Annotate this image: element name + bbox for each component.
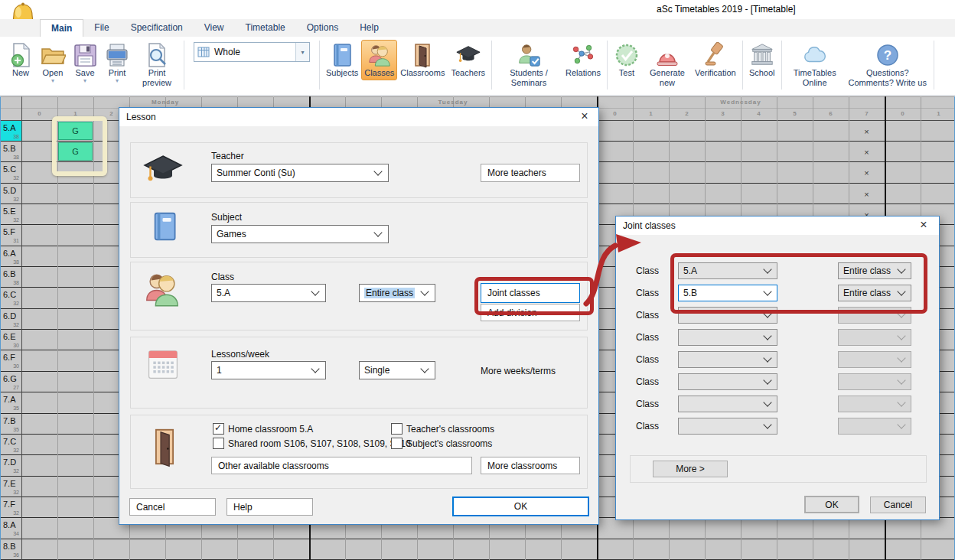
add-division-button[interactable]: Add division	[481, 304, 580, 321]
home-classroom-checkbox[interactable]: Home classroom 5.A	[213, 423, 313, 435]
more-classrooms-button[interactable]: More classrooms	[481, 457, 580, 474]
joint-class-select-4[interactable]	[678, 329, 777, 346]
menu-item-options[interactable]: Options	[296, 19, 349, 37]
class-scope-select[interactable]: Entire class	[359, 284, 435, 302]
other-classrooms-button[interactable]: Other available classrooms	[211, 457, 472, 474]
class-select[interactable]: 5.A	[211, 284, 326, 302]
joint-class-select-1[interactable]: 5.A	[678, 262, 777, 279]
class-name: 6.C	[3, 290, 16, 299]
menu-item-timetable[interactable]: Timetable	[235, 19, 296, 37]
duration-select[interactable]: Single	[359, 361, 435, 379]
toolbar-button-print-preview[interactable]: Print preview	[133, 40, 181, 90]
class-cell-7-f[interactable]: 7.F32	[1, 497, 21, 517]
dropdown-arrow-icon[interactable]: ▾	[83, 79, 86, 83]
class-cell-7-e[interactable]: 7.E32	[1, 477, 21, 497]
class-cell-7-a[interactable]: 7.A35	[1, 392, 21, 412]
class-cell-8-a[interactable]: 8.A34	[1, 518, 21, 538]
class-cell-6-d[interactable]: 6.D32	[1, 309, 21, 329]
classrooms-section	[130, 415, 588, 489]
toolbar-button-print[interactable]: Print▾	[101, 40, 133, 86]
menu-item-main[interactable]: Main	[40, 19, 83, 37]
joint-scope-select-2[interactable]: Entire class	[838, 285, 911, 301]
toolbar-button-open[interactable]: Open▾	[37, 40, 69, 86]
joint-class-select-7[interactable]	[678, 396, 777, 412]
more-teachers-button[interactable]: More teachers	[481, 164, 580, 182]
joint-scope-select-7	[838, 396, 911, 412]
class-name: 6.D	[3, 311, 16, 321]
joint-class-select-3[interactable]	[678, 307, 777, 324]
joint-scope-select-1[interactable]: Entire class	[838, 262, 911, 279]
joint-classes-button[interactable]: Joint classes	[481, 283, 580, 303]
class-lesson-count: 31	[13, 238, 19, 243]
toolbar-button-school[interactable]: School	[746, 40, 778, 80]
joint-class-select-5[interactable]	[678, 351, 777, 368]
menu-item-specification[interactable]: Specification	[120, 19, 194, 37]
class-label: Class	[211, 272, 234, 282]
toolbar-button-classrooms[interactable]: Classrooms	[397, 40, 448, 80]
joint-ok-button[interactable]: OK	[804, 496, 859, 513]
joint-row-label: Class	[636, 376, 659, 387]
toolbar-button-students-seminars[interactable]: Students / Seminars	[495, 40, 562, 90]
toolbar-button-new[interactable]: New	[5, 40, 37, 80]
class-cell-5-c[interactable]: 5.C32	[1, 162, 21, 182]
class-cell-6-c[interactable]: 6.C32	[1, 288, 21, 308]
menu-item-file[interactable]: File	[83, 19, 119, 37]
class-cell-6-b[interactable]: 6.B38	[1, 267, 21, 287]
subject-select[interactable]: Games	[211, 225, 389, 243]
toolbar-button-timetables-online[interactable]: TimeTables Online	[785, 40, 845, 90]
class-cell-6-g[interactable]: 6.G27	[1, 372, 21, 392]
lessons-week-select[interactable]: 1	[211, 361, 326, 379]
class-cell-5-a[interactable]: 5.A38	[1, 121, 21, 141]
class-cell-7-c[interactable]: 7.C32	[1, 435, 21, 454]
toolbar-button-questions-comments-write-us[interactable]: ?Questions? Comments? Write us	[845, 40, 931, 90]
toolbar-button-label: Classes	[364, 68, 394, 78]
joint-class-value: 5.A	[683, 265, 697, 276]
class-cell-6-a[interactable]: 6.A38	[1, 246, 21, 266]
toolbar-button-relations[interactable]: Relations	[562, 40, 604, 80]
toolbar-button-test[interactable]: Test	[611, 40, 643, 80]
class-lesson-count: 30	[13, 343, 19, 348]
toolbar-separator	[934, 41, 934, 90]
chevron-down-icon[interactable]: ▾	[295, 43, 309, 61]
dropdown-arrow-icon[interactable]: ▾	[51, 79, 54, 83]
dropdown-arrow-icon[interactable]: ▾	[116, 79, 119, 83]
class-cell-5-f[interactable]: 5.F31	[1, 225, 21, 245]
class-select-value: 5.A	[217, 288, 230, 298]
class-cell-7-d[interactable]: 7.D32	[1, 455, 21, 475]
shared-room-checkbox[interactable]: Shared room S106, S107, S108, S109, S110	[213, 438, 411, 449]
joint-class-select-8[interactable]	[678, 418, 777, 435]
toolbar-button-generate-new[interactable]: Generate new	[643, 40, 692, 90]
more-button[interactable]: More >	[653, 461, 728, 477]
view-scope-select[interactable]: Whole▾	[194, 42, 310, 62]
class-name: 6.A	[3, 249, 16, 258]
class-cell-5-d[interactable]: 5.D32	[1, 184, 21, 203]
ok-button[interactable]: OK	[452, 497, 589, 516]
cancel-button[interactable]: Cancel	[129, 498, 216, 516]
joint-scope-value: Entire class	[843, 265, 891, 276]
toolbar-button-subjects[interactable]: Subjects	[323, 40, 361, 80]
lesson-cell-g[interactable]: G	[58, 122, 93, 140]
help-button[interactable]: Help	[227, 498, 313, 516]
joint-dialog-title: Joint classes	[623, 220, 676, 231]
menu-item-help[interactable]: Help	[349, 19, 389, 37]
subjects-classrooms-checkbox[interactable]: Subject's classrooms	[391, 438, 492, 449]
toolbar-button-teachers[interactable]: Teachers	[448, 40, 488, 80]
teacher-select[interactable]: Summer Conti (Su)	[211, 164, 389, 182]
lesson-cell-g[interactable]: G	[58, 142, 93, 161]
toolbar-button-classes[interactable]: Classes	[361, 40, 397, 80]
close-icon[interactable]: ×	[577, 109, 592, 123]
teachers-classrooms-checkbox[interactable]: Teacher's classrooms	[391, 423, 494, 435]
close-icon[interactable]: ×	[916, 218, 931, 232]
class-cell-5-e[interactable]: 5.E32	[1, 204, 21, 224]
menu-item-view[interactable]: View	[194, 19, 235, 37]
class-cell-8-b[interactable]: 8.B36	[1, 539, 21, 559]
joint-class-select-2[interactable]: 5.B	[678, 285, 777, 301]
class-cell-5-b[interactable]: 5.B38	[1, 142, 21, 161]
joint-cancel-button[interactable]: Cancel	[870, 497, 926, 513]
toolbar-button-verification[interactable]: Verification	[692, 40, 739, 80]
class-cell-6-f[interactable]: 6.F30	[1, 350, 21, 370]
joint-class-select-6[interactable]	[678, 373, 777, 390]
class-cell-7-b[interactable]: 7.B35	[1, 414, 21, 434]
class-cell-6-e[interactable]: 6.E30	[1, 330, 21, 350]
toolbar-button-save[interactable]: Save▾	[69, 40, 101, 86]
